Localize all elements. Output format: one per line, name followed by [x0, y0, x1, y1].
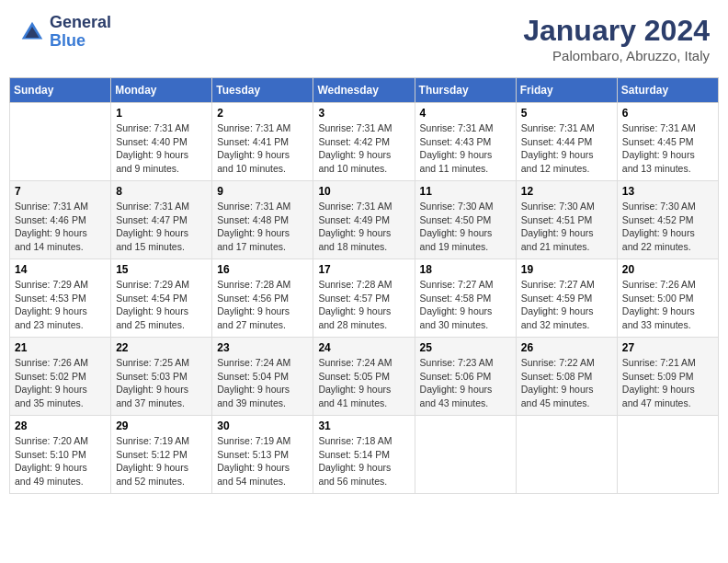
day-number: 7: [15, 185, 106, 198]
day-info: Sunrise: 7:23 AMSunset: 5:06 PMDaylight:…: [420, 356, 511, 410]
day-info: Sunrise: 7:25 AMSunset: 5:03 PMDaylight:…: [116, 356, 207, 410]
calendar-cell: [516, 416, 617, 494]
day-info: Sunrise: 7:31 AMSunset: 4:40 PMDaylight:…: [116, 121, 207, 176]
logo-blue: Blue: [50, 32, 111, 51]
page-header: General Blue January 2024 Palombaro, Abr…: [9, 9, 719, 68]
calendar-cell: 19Sunrise: 7:27 AMSunset: 4:59 PMDayligh…: [516, 259, 617, 338]
day-info: Sunrise: 7:28 AMSunset: 4:56 PMDaylight:…: [217, 278, 308, 332]
day-number: 25: [420, 341, 511, 354]
calendar-cell: 9Sunrise: 7:31 AMSunset: 4:48 PMDaylight…: [212, 181, 313, 259]
day-number: 4: [420, 107, 511, 120]
day-number: 9: [217, 185, 308, 198]
calendar-cell: 26Sunrise: 7:22 AMSunset: 5:08 PMDayligh…: [516, 338, 617, 416]
week-row-3: 14Sunrise: 7:29 AMSunset: 4:53 PMDayligh…: [10, 259, 719, 338]
day-number: 2: [217, 107, 308, 120]
day-number: 11: [420, 185, 511, 198]
day-info: Sunrise: 7:30 AMSunset: 4:50 PMDaylight:…: [420, 200, 511, 254]
day-number: 3: [318, 107, 409, 120]
day-number: 22: [116, 341, 207, 354]
calendar-cell: 17Sunrise: 7:28 AMSunset: 4:57 PMDayligh…: [313, 259, 415, 338]
day-info: Sunrise: 7:31 AMSunset: 4:43 PMDaylight:…: [420, 121, 511, 176]
day-info: Sunrise: 7:31 AMSunset: 4:45 PMDaylight:…: [622, 121, 713, 176]
header-day-saturday: Saturday: [617, 78, 718, 103]
calendar-cell: 3Sunrise: 7:31 AMSunset: 4:42 PMDaylight…: [313, 103, 415, 181]
day-info: Sunrise: 7:24 AMSunset: 5:05 PMDaylight:…: [318, 356, 409, 410]
header-row: SundayMondayTuesdayWednesdayThursdayFrid…: [10, 78, 719, 103]
day-number: 31: [318, 419, 409, 432]
day-info: Sunrise: 7:27 AMSunset: 4:59 PMDaylight:…: [521, 278, 612, 332]
calendar-body: 1Sunrise: 7:31 AMSunset: 4:40 PMDaylight…: [10, 103, 719, 494]
title-area: January 2024 Palombaro, Abruzzo, Italy: [523, 14, 710, 63]
day-info: Sunrise: 7:19 AMSunset: 5:13 PMDaylight:…: [217, 434, 308, 488]
day-number: 1: [116, 107, 207, 120]
calendar-cell: 23Sunrise: 7:24 AMSunset: 5:04 PMDayligh…: [212, 338, 313, 416]
header-day-wednesday: Wednesday: [313, 78, 415, 103]
logo: General Blue: [18, 14, 111, 51]
week-row-4: 21Sunrise: 7:26 AMSunset: 5:02 PMDayligh…: [10, 338, 719, 416]
calendar-header: SundayMondayTuesdayWednesdayThursdayFrid…: [10, 78, 719, 103]
day-info: Sunrise: 7:27 AMSunset: 4:58 PMDaylight:…: [420, 278, 511, 332]
day-number: 30: [217, 419, 308, 432]
calendar-cell: [617, 416, 718, 494]
day-number: 21: [15, 341, 106, 354]
day-number: 19: [521, 263, 612, 276]
day-number: 17: [318, 263, 409, 276]
calendar-cell: 2Sunrise: 7:31 AMSunset: 4:41 PMDaylight…: [212, 103, 313, 181]
calendar-cell: 21Sunrise: 7:26 AMSunset: 5:02 PMDayligh…: [10, 338, 111, 416]
header-day-sunday: Sunday: [10, 78, 111, 103]
calendar-cell: 31Sunrise: 7:18 AMSunset: 5:14 PMDayligh…: [313, 416, 415, 494]
week-row-2: 7Sunrise: 7:31 AMSunset: 4:46 PMDaylight…: [10, 181, 719, 259]
calendar-cell: 18Sunrise: 7:27 AMSunset: 4:58 PMDayligh…: [415, 259, 516, 338]
header-day-tuesday: Tuesday: [212, 78, 313, 103]
day-number: 10: [318, 185, 409, 198]
day-info: Sunrise: 7:31 AMSunset: 4:47 PMDaylight:…: [116, 200, 207, 254]
day-number: 12: [521, 185, 612, 198]
day-number: 8: [116, 185, 207, 198]
day-number: 15: [116, 263, 207, 276]
header-day-friday: Friday: [516, 78, 617, 103]
day-info: Sunrise: 7:31 AMSunset: 4:44 PMDaylight:…: [521, 121, 612, 176]
day-number: 26: [521, 341, 612, 354]
calendar-cell: 10Sunrise: 7:31 AMSunset: 4:49 PMDayligh…: [313, 181, 415, 259]
calendar-cell: 5Sunrise: 7:31 AMSunset: 4:44 PMDaylight…: [516, 103, 617, 181]
header-day-thursday: Thursday: [415, 78, 516, 103]
day-info: Sunrise: 7:24 AMSunset: 5:04 PMDaylight:…: [217, 356, 308, 410]
calendar-cell: 15Sunrise: 7:29 AMSunset: 4:54 PMDayligh…: [111, 259, 212, 338]
day-info: Sunrise: 7:20 AMSunset: 5:10 PMDaylight:…: [15, 434, 106, 488]
calendar-cell: 12Sunrise: 7:30 AMSunset: 4:51 PMDayligh…: [516, 181, 617, 259]
day-info: Sunrise: 7:26 AMSunset: 5:02 PMDaylight:…: [15, 356, 106, 410]
calendar-cell: 1Sunrise: 7:31 AMSunset: 4:40 PMDaylight…: [111, 103, 212, 181]
week-row-1: 1Sunrise: 7:31 AMSunset: 4:40 PMDaylight…: [10, 103, 719, 181]
day-number: 23: [217, 341, 308, 354]
day-number: 20: [622, 263, 713, 276]
calendar-cell: [415, 416, 516, 494]
day-number: 28: [15, 419, 106, 432]
header-day-monday: Monday: [111, 78, 212, 103]
week-row-5: 28Sunrise: 7:20 AMSunset: 5:10 PMDayligh…: [10, 416, 719, 494]
calendar-cell: 4Sunrise: 7:31 AMSunset: 4:43 PMDaylight…: [415, 103, 516, 181]
calendar-cell: 7Sunrise: 7:31 AMSunset: 4:46 PMDaylight…: [10, 181, 111, 259]
day-number: 29: [116, 419, 207, 432]
day-info: Sunrise: 7:31 AMSunset: 4:48 PMDaylight:…: [217, 200, 308, 254]
calendar-cell: 20Sunrise: 7:26 AMSunset: 5:00 PMDayligh…: [617, 259, 718, 338]
day-info: Sunrise: 7:31 AMSunset: 4:46 PMDaylight:…: [15, 200, 106, 254]
calendar-cell: 29Sunrise: 7:19 AMSunset: 5:12 PMDayligh…: [111, 416, 212, 494]
day-info: Sunrise: 7:30 AMSunset: 4:51 PMDaylight:…: [521, 200, 612, 254]
calendar-cell: 22Sunrise: 7:25 AMSunset: 5:03 PMDayligh…: [111, 338, 212, 416]
calendar-cell: [10, 103, 111, 181]
day-info: Sunrise: 7:21 AMSunset: 5:09 PMDaylight:…: [622, 356, 713, 410]
calendar-cell: 25Sunrise: 7:23 AMSunset: 5:06 PMDayligh…: [415, 338, 516, 416]
location-subtitle: Palombaro, Abruzzo, Italy: [523, 48, 710, 63]
calendar-cell: 13Sunrise: 7:30 AMSunset: 4:52 PMDayligh…: [617, 181, 718, 259]
logo-text: General Blue: [50, 14, 111, 51]
day-number: 5: [521, 107, 612, 120]
day-number: 24: [318, 341, 409, 354]
day-info: Sunrise: 7:31 AMSunset: 4:41 PMDaylight:…: [217, 121, 308, 176]
calendar-cell: 30Sunrise: 7:19 AMSunset: 5:13 PMDayligh…: [212, 416, 313, 494]
logo-general: General: [50, 14, 111, 32]
day-info: Sunrise: 7:19 AMSunset: 5:12 PMDaylight:…: [116, 434, 207, 488]
day-info: Sunrise: 7:29 AMSunset: 4:53 PMDaylight:…: [15, 278, 106, 332]
day-info: Sunrise: 7:22 AMSunset: 5:08 PMDaylight:…: [521, 356, 612, 410]
day-number: 13: [622, 185, 713, 198]
logo-icon: [18, 18, 46, 46]
